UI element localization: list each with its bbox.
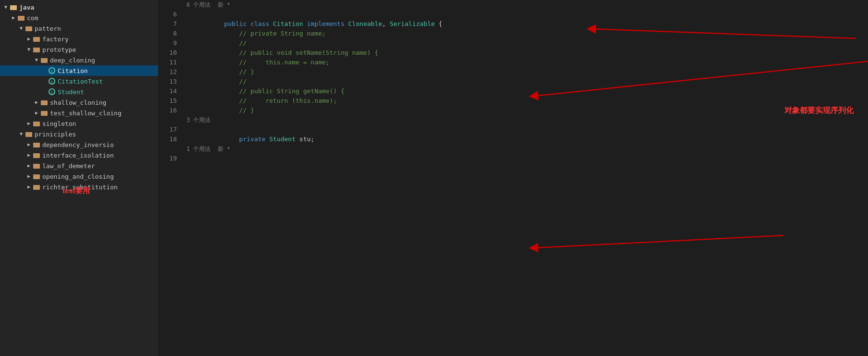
code-line-8: // [186, 29, 868, 38]
code-line-13: // public String getName() { [186, 77, 868, 86]
folder-icon [40, 109, 48, 117]
hint-usage-2: 3 个用法 [186, 115, 868, 125]
arrow-icon [17, 25, 25, 32]
sidebar-item-richter[interactable]: richter_substitution [0, 182, 158, 192]
svg-rect-31 [33, 164, 36, 165]
sidebar-item-factory[interactable]: factory [0, 34, 158, 44]
folder-icon [25, 25, 33, 32]
sidebar-item-opening-closing[interactable]: opening_and_closing [0, 171, 158, 182]
folder-icon [33, 183, 40, 191]
code-content: 6 个用法 新 * public class Citation implemen… [183, 0, 868, 163]
hint-usage-1: 6 个用法 新 * [186, 0, 868, 10]
sidebar-label-shallow-cloning: shallow_cloning [50, 99, 106, 106]
code-line-17: private Student stu; [186, 125, 868, 135]
arrow-icon [33, 56, 40, 64]
sidebar-item-citation-test[interactable]: c CitationTest [0, 76, 158, 86]
hint-usage-3: 1 个用法 新 * [186, 144, 868, 154]
sidebar-item-prototype[interactable]: prototype [0, 44, 158, 55]
svg-rect-1 [10, 5, 13, 7]
folder-icon [33, 151, 40, 159]
sidebar-label-deep-cloning: deep_cloning [50, 57, 95, 64]
sidebar-label-priniciples: priniciples [35, 131, 76, 138]
serializable-annotation: 对象都要实现序列化 [784, 106, 854, 116]
sidebar-item-dependency[interactable]: dependency_inversio [0, 139, 158, 150]
sidebar-label-java: java [19, 4, 34, 11]
sidebar-label-singleton: singleton [42, 120, 76, 127]
code-line-6: public class Citation implements Cloneab… [186, 10, 868, 19]
arrow-icon [33, 109, 40, 117]
arrow-icon [25, 141, 33, 148]
svg-rect-11 [41, 58, 44, 60]
arrow-icon [17, 130, 25, 138]
class-icon-student: c [48, 88, 56, 96]
svg-rect-33 [33, 174, 36, 176]
arrow-icon [25, 183, 33, 191]
code-line-15: // }█ [186, 96, 868, 106]
sidebar-item-test-shallow-cloing[interactable]: test_shallow_cloing [0, 108, 158, 118]
file-tree[interactable]: java com pattern factory prototype [0, 0, 159, 356]
sidebar-item-law-demeter[interactable]: law_of_demeter [0, 160, 158, 171]
sidebar-label-pattern: pattern [35, 25, 61, 32]
sidebar-label-com: com [27, 14, 38, 22]
sidebar-item-com[interactable]: com [0, 12, 158, 23]
code-line-14: // return (this.name); [186, 86, 868, 96]
class-test-icon: c [48, 77, 56, 85]
sidebar-item-interface-isolation[interactable]: interface_isolation [0, 150, 158, 160]
sidebar-label-dependency: dependency_inversio [42, 141, 114, 148]
folder-icon [33, 162, 40, 170]
arrow-icon [10, 14, 17, 22]
code-line-7: // private String name; [186, 19, 868, 29]
arrow-icon [25, 35, 33, 43]
code-line-11: // } [186, 58, 868, 67]
svg-rect-7 [33, 37, 36, 38]
sidebar-item-priniciples[interactable]: priniciples [0, 129, 158, 139]
arrow-icon [25, 162, 33, 170]
folder-icon [10, 3, 17, 11]
sidebar-item-java[interactable]: java [0, 2, 158, 12]
sidebar-label-factory: factory [42, 36, 69, 43]
arrow-icon [25, 151, 33, 159]
sidebar-item-citation[interactable]: c Citation [0, 65, 158, 76]
sidebar-label-opening-closing: opening_and_closing [42, 173, 114, 180]
sidebar-item-pattern[interactable]: pattern [0, 23, 158, 34]
svg-rect-21 [41, 111, 44, 112]
code-line-9: // public void setName(String name) { [186, 38, 868, 48]
sidebar-label-interface-isolation: interface_isolation [42, 152, 114, 159]
arrow-icon [25, 46, 33, 53]
svg-rect-5 [25, 26, 28, 28]
sidebar-label-test-shallow: test_shallow_cloing [50, 110, 122, 117]
svg-rect-35 [33, 185, 36, 186]
folder-icon [33, 46, 40, 53]
code-line-10: // this.name = name; [186, 48, 868, 58]
svg-rect-29 [33, 153, 36, 155]
folder-icon [17, 14, 25, 22]
svg-line-39 [533, 235, 783, 248]
code-line-16 [186, 106, 868, 115]
arrow-icon [2, 3, 10, 11]
folder-icon [33, 141, 40, 148]
code-line-18 [186, 135, 868, 144]
sidebar-label-citation: Citation [58, 67, 88, 74]
arrow-icon [33, 98, 40, 106]
folder-icon [33, 35, 40, 43]
svg-text:c: c [50, 69, 53, 74]
svg-rect-3 [18, 16, 21, 17]
sidebar-item-singleton[interactable]: singleton [0, 118, 158, 129]
svg-text:c: c [50, 79, 53, 84]
sidebar-item-shallow-cloning[interactable]: shallow_cloning [0, 97, 158, 108]
sidebar-item-student[interactable]: c Student [0, 86, 158, 97]
folder-icon [33, 120, 40, 127]
svg-rect-23 [33, 122, 36, 123]
svg-text:c: c [50, 90, 53, 95]
class-icon: c [48, 67, 56, 74]
folder-icon [40, 56, 48, 64]
folder-icon [33, 172, 40, 180]
svg-rect-27 [33, 143, 36, 144]
arrow-icon [25, 172, 33, 180]
line-numbers: - 6 7 8 9 10 11 12 13 14 15 16 - 17 18 -… [159, 0, 183, 163]
svg-rect-19 [41, 100, 44, 102]
code-line-19: public Student getStu() { return stu; } [186, 154, 868, 163]
code-editor: - 6 7 8 9 10 11 12 13 14 15 16 - 17 18 -… [159, 0, 868, 356]
sidebar-label-citation-test: CitationTest [58, 78, 103, 85]
sidebar-item-deep-cloning[interactable]: deep_cloning [0, 55, 158, 65]
